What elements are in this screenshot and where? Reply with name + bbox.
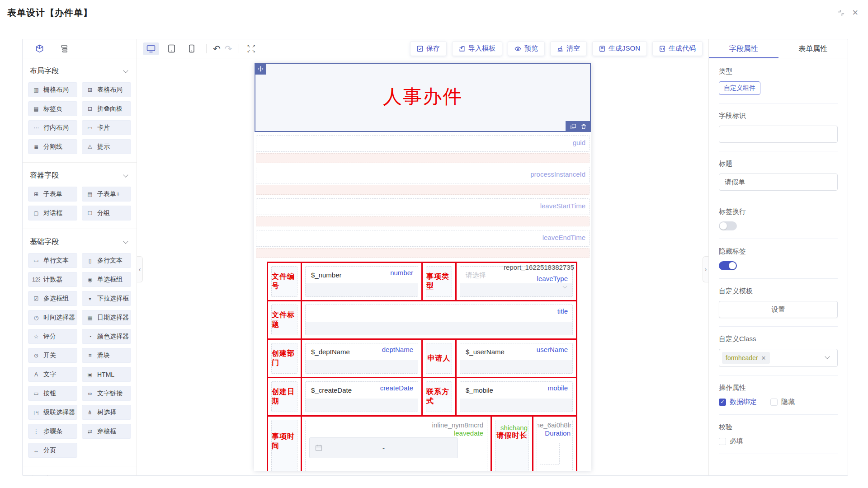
- checkbox-checked-icon[interactable]: ✓: [719, 399, 726, 406]
- tab-field-properties[interactable]: 字段属性: [709, 39, 778, 58]
- tab-form-properties[interactable]: 表单属性: [778, 39, 848, 58]
- mobile-view-button[interactable]: [184, 42, 200, 55]
- table-cell[interactable]: $_number number: [302, 263, 423, 300]
- collapse-right-panel-handle[interactable]: ›: [703, 256, 708, 282]
- palette-item[interactable]: ⚠ 提示: [82, 139, 131, 154]
- checkbox-icon[interactable]: [770, 399, 778, 406]
- palette-item[interactable]: ⋯ 行内布局: [28, 120, 77, 135]
- date-range-picker[interactable]: -: [309, 437, 458, 458]
- selected-form-header-component[interactable]: 人事办件: [255, 63, 591, 132]
- palette-item[interactable]: A 文字: [28, 367, 77, 382]
- move-handle-icon[interactable]: [255, 63, 266, 75]
- text-input-preview[interactable]: title: [306, 305, 572, 322]
- palette-item[interactable]: ⋮ 步骤条: [28, 424, 77, 439]
- checkbox-icon[interactable]: [719, 438, 726, 445]
- palette-item[interactable]: ⊞ 表格布局: [82, 82, 131, 97]
- title-input[interactable]: [719, 174, 838, 191]
- section-header[interactable]: 布局字段: [28, 64, 131, 82]
- compress-icon[interactable]: [837, 9, 845, 17]
- table-cell[interactable]: $_createDate createDate: [302, 378, 423, 415]
- palette-item[interactable]: ↔ 分页: [28, 443, 77, 458]
- desktop-view-button[interactable]: [143, 42, 159, 55]
- text-input-preview[interactable]: $_userName userName: [460, 343, 572, 360]
- text-input-preview[interactable]: $_deptName deptName: [306, 343, 418, 360]
- hidden-field-row[interactable]: leaveStartTime: [256, 198, 590, 215]
- palette-item[interactable]: ▤ 标签页: [28, 101, 77, 116]
- label-wrap-toggle[interactable]: [719, 221, 737, 230]
- custom-class-select[interactable]: formheader ✕: [719, 349, 838, 367]
- outline-tree-tab-icon[interactable]: [60, 44, 69, 53]
- table-cell[interactable]: title: [302, 301, 576, 338]
- tablet-view-button[interactable]: [163, 42, 179, 55]
- table-cell[interactable]: 创建日期: [268, 378, 302, 415]
- table-cell[interactable]: 申请人: [423, 340, 457, 377]
- remove-tag-icon[interactable]: ✕: [761, 355, 766, 361]
- components-tab-cube-icon[interactable]: [35, 44, 44, 53]
- table-cell[interactable]: $_mobile mobile: [457, 378, 576, 415]
- table-cell[interactable]: shichang 请假时长: [492, 417, 533, 471]
- hidden-option[interactable]: 隐藏: [770, 398, 795, 406]
- table-cell[interactable]: 创建部门: [268, 340, 302, 377]
- section-header[interactable]: 容器字段: [28, 168, 131, 187]
- delete-component-icon[interactable]: [581, 124, 586, 129]
- table-cell[interactable]: 文件标题: [268, 301, 302, 338]
- text-input-preview[interactable]: $_createDate createDate: [306, 382, 418, 399]
- save-button[interactable]: 保存: [410, 41, 447, 56]
- canvas-work-area[interactable]: ‹ › 人事办件: [137, 58, 708, 475]
- palette-item[interactable]: ◷ 时间选择器: [28, 310, 77, 325]
- table-cell[interactable]: $_userName userName: [457, 340, 576, 377]
- table-cell[interactable]: ine_6ai0h8lr Duration: [533, 417, 576, 471]
- close-icon[interactable]: ×: [852, 8, 858, 18]
- fullscreen-icon[interactable]: ↖↗↙↘: [247, 44, 256, 53]
- generate-code-button[interactable]: 生成代码: [652, 41, 703, 56]
- palette-item[interactable]: ⊙ 开关: [28, 348, 77, 363]
- palette-item[interactable]: ▯ 多行文本: [82, 253, 131, 268]
- palette-item[interactable]: ▣ HTML: [82, 367, 131, 382]
- required-option[interactable]: 必填: [719, 437, 743, 446]
- custom-template-settings-button[interactable]: 设置: [719, 301, 838, 318]
- palette-item[interactable]: ◔ 颜色选择器: [82, 329, 131, 344]
- generate-json-button[interactable]: 生成JSON: [592, 41, 647, 56]
- import-template-button[interactable]: 导入模板: [452, 41, 502, 56]
- data-binding-option[interactable]: ✓ 数据绑定: [719, 398, 757, 406]
- palette-item[interactable]: ⊟ 折叠面板: [82, 101, 131, 116]
- section-header[interactable]: 基础字段: [28, 235, 131, 253]
- palette-item[interactable]: ▦ 日期选择器: [82, 310, 131, 325]
- palette-item[interactable]: ≣ 分割线: [28, 139, 77, 154]
- palette-item[interactable]: ▢ 对话框: [28, 206, 77, 221]
- palette-item[interactable]: ▭ 单行文本: [28, 253, 77, 268]
- palette-item[interactable]: ▾ 下拉选择框: [82, 291, 131, 306]
- palette-item[interactable]: ▤ 子表单+: [82, 187, 131, 202]
- palette-item[interactable]: ▭ 卡片: [82, 120, 131, 135]
- text-input-preview[interactable]: $_number number: [306, 267, 418, 283]
- table-cell[interactable]: $_deptName deptName: [302, 340, 423, 377]
- table-cell[interactable]: 事项类型: [423, 263, 457, 300]
- table-cell[interactable]: 事项时间: [268, 417, 302, 471]
- palette-item[interactable]: ⇄ 穿梭框: [82, 424, 131, 439]
- hidden-field-row[interactable]: processInstanceId: [256, 167, 590, 183]
- palette-item[interactable]: ▭ 按钮: [28, 386, 77, 401]
- table-cell[interactable]: inline_nym8mcrd leavedate -: [302, 417, 492, 471]
- palette-item[interactable]: ⊞ 子表单: [28, 187, 77, 202]
- table-cell[interactable]: 文件编号: [268, 263, 302, 300]
- palette-item[interactable]: 123 计数器: [28, 272, 77, 287]
- table-cell[interactable]: 联系方式: [423, 378, 457, 415]
- hidden-field-row[interactable]: guid: [256, 135, 590, 152]
- clear-button[interactable]: 清空: [550, 41, 587, 56]
- palette-item[interactable]: ▥ 栅格布局: [28, 82, 77, 97]
- hide-label-toggle[interactable]: [719, 261, 737, 270]
- redo-icon[interactable]: ↷: [225, 44, 232, 53]
- section-header[interactable]: 高级字段: [28, 472, 131, 475]
- palette-item[interactable]: ◳ 级联选择器: [28, 405, 77, 420]
- palette-item[interactable]: ☐ 分组: [82, 206, 131, 221]
- undo-icon[interactable]: ↶: [213, 44, 221, 53]
- field-key-input[interactable]: [719, 126, 838, 143]
- palette-item[interactable]: ⋔ 树选择: [82, 405, 131, 420]
- duration-input-preview[interactable]: [540, 443, 560, 465]
- hidden-field-row[interactable]: leaveEndTime: [256, 230, 590, 247]
- collapse-left-panel-handle[interactable]: ‹: [137, 256, 143, 282]
- palette-item[interactable]: ☆ 评分: [28, 329, 77, 344]
- preview-button[interactable]: 预览: [508, 41, 545, 56]
- palette-item[interactable]: ≡ 滑块: [82, 348, 131, 363]
- palette-item[interactable]: ◉ 单选框组: [82, 272, 131, 287]
